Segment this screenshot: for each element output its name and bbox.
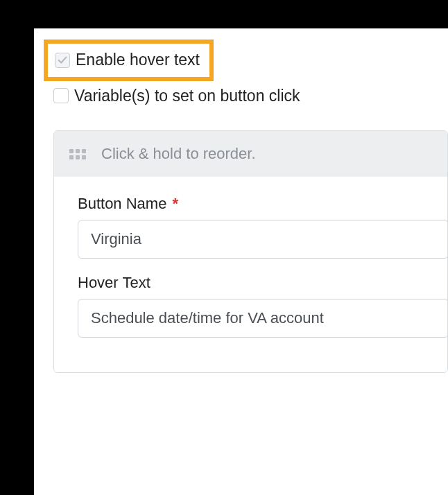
hover-text-input[interactable] (78, 299, 448, 338)
required-marker: * (173, 195, 179, 212)
variables-on-click-label: Variable(s) to set on button click (74, 87, 300, 106)
panel-header[interactable]: Click & hold to reorder. (54, 131, 447, 177)
variables-on-click-option[interactable]: Variable(s) to set on button click (53, 87, 448, 106)
enable-hover-text-label: Enable hover text (76, 51, 200, 70)
button-name-field: Button Name * (78, 195, 447, 259)
variables-on-click-checkbox[interactable] (53, 88, 69, 103)
check-icon (58, 55, 67, 65)
button-name-input[interactable] (78, 220, 448, 259)
button-config-panel: Click & hold to reorder. Button Name * H… (53, 130, 448, 373)
drag-handle-icon[interactable] (69, 149, 86, 159)
enable-hover-text-option[interactable]: Enable hover text (44, 40, 214, 81)
enable-hover-text-checkbox[interactable] (55, 53, 70, 68)
panel-body: Button Name * Hover Text (54, 177, 447, 372)
reorder-hint: Click & hold to reorder. (101, 145, 256, 163)
settings-panel: Enable hover text Variable(s) to set on … (34, 28, 448, 495)
hover-text-label: Hover Text (78, 274, 447, 292)
button-name-label: Button Name * (78, 195, 447, 213)
hover-text-field: Hover Text (78, 274, 447, 338)
